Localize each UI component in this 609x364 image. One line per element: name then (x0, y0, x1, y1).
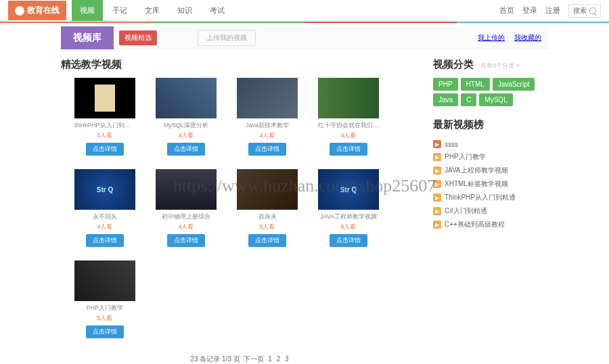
video-card[interactable]: Java新技术教学 4人看 点击详情 (237, 78, 298, 156)
latest-item[interactable]: ▶C#入门到精通 (433, 204, 548, 218)
video-title: PHP入门教学 (74, 304, 135, 313)
pagination-next[interactable]: 下一页 (244, 355, 264, 363)
detail-button[interactable]: 点击详情 (167, 143, 205, 156)
search-icon[interactable] (589, 7, 596, 14)
tag[interactable]: MySQL (479, 93, 512, 106)
latest-item[interactable]: ▶PHP入门教学 (433, 150, 548, 164)
video-card[interactable]: Str Q JAVA工程师教学视频 6人看 点击详情 (318, 169, 379, 247)
tag[interactable]: JavaScript (493, 78, 535, 91)
featured-button[interactable]: 视频精选 (119, 30, 157, 45)
video-thumb[interactable] (318, 78, 379, 118)
section-title: 精选教学视频 (61, 58, 420, 71)
video-thumb[interactable] (74, 78, 135, 118)
video-count: 4人看 (156, 223, 217, 231)
nav-notes[interactable]: 手记 (104, 0, 135, 21)
video-card[interactable]: 初中物理上册综合 4人看 点击详情 (156, 169, 217, 247)
play-icon: ▶ (433, 207, 441, 215)
nav-video[interactable]: 视频 (72, 0, 103, 21)
latest-item[interactable]: ▶C++基础到高级教程 (433, 218, 548, 231)
category-title: 视频分类 共有8个分类 > (433, 58, 548, 71)
detail-button[interactable]: 点击详情 (248, 234, 286, 247)
play-icon: ▶ (433, 140, 441, 148)
video-thumb[interactable] (156, 169, 217, 210)
video-thumb[interactable]: Str Q (318, 169, 379, 210)
upload-button[interactable]: 上传我的视频 (198, 30, 256, 46)
video-count: 4人看 (318, 131, 379, 140)
main-nav: 视频 手记 文库 知识 考试 (72, 0, 233, 21)
video-title: thinkPHP从入门到精通 (74, 121, 135, 130)
video-count: 5人看 (74, 131, 135, 140)
video-thumb[interactable] (237, 169, 298, 210)
latest-label: C++基础到高级教程 (445, 220, 505, 229)
latest-item[interactable]: ▶ThinkPHP从入门到精通 (433, 191, 548, 204)
detail-button[interactable]: 点击详情 (248, 143, 286, 156)
video-title: JAVA工程师教学视频 (318, 212, 379, 221)
link-my-favorites[interactable]: 我收藏的 (514, 33, 541, 43)
link-register[interactable]: 注册 (545, 5, 560, 16)
category-sub[interactable]: 共有8个分类 > (480, 62, 520, 69)
video-title: 红十字协会就在我们不离 (318, 121, 379, 130)
detail-button[interactable]: 点击详情 (330, 234, 367, 247)
tag[interactable]: PHP (433, 78, 458, 91)
latest-item[interactable]: ▶JAVA上程师教学视频 (433, 164, 548, 177)
nav-library[interactable]: 文库 (137, 0, 168, 21)
play-icon: ▶ (433, 180, 441, 188)
video-title: 初中物理上册综合 (156, 212, 217, 221)
detail-button[interactable]: 点击详情 (86, 234, 124, 247)
right-nav: 首页 登录 注册 搜索 (499, 4, 601, 18)
pagination: 23 条记录 1/3 页 下一页 1 2 3 (61, 355, 420, 364)
link-home[interactable]: 首页 (499, 5, 514, 16)
video-card[interactable]: PHP入门教学 5人看 点击详情 (74, 260, 135, 338)
logo-text: 教育在线 (27, 5, 60, 16)
video-card[interactable]: MySQL深度分析 4人看 点击详情 (156, 78, 217, 156)
detail-button[interactable]: 点击详情 (167, 234, 205, 247)
latest-label: C#入门到精通 (445, 206, 487, 216)
latest-title: 最新视频榜 (433, 118, 548, 131)
video-count: 5人看 (237, 223, 298, 231)
video-thumb[interactable]: Str Q (74, 169, 135, 210)
play-icon: ▶ (433, 221, 441, 229)
latest-label: JAVA上程师教学视频 (445, 166, 508, 175)
right-column: 视频分类 共有8个分类 > PHPHTMLJavaScriptJavaCMySQ… (433, 58, 548, 364)
category-title-text: 视频分类 (433, 58, 474, 70)
tag-list: PHPHTMLJavaScriptJavaCMySQL (433, 78, 548, 106)
latest-item[interactable]: ▶ssss (433, 138, 548, 150)
logo[interactable]: 教育在线 (8, 1, 66, 20)
search-box[interactable]: 搜索 (568, 4, 601, 18)
logo-icon (15, 6, 24, 16)
pagination-text: 23 条记录 1/3 页 (190, 355, 240, 363)
page-2[interactable]: 2 (277, 355, 281, 363)
video-card[interactable]: 红十字协会就在我们不离 4人看 点击详情 (318, 78, 379, 156)
play-icon: ▶ (433, 166, 441, 175)
page-3[interactable]: 3 (285, 355, 289, 363)
video-count: 5人看 (74, 314, 135, 323)
latest-label: ssss (445, 141, 458, 148)
detail-button[interactable]: 点击详情 (86, 325, 124, 338)
latest-item[interactable]: ▶XHTML标签教学视频 (433, 177, 548, 191)
video-title: MySQL深度分析 (156, 121, 217, 130)
tag[interactable]: C (461, 93, 476, 106)
main: 精选教学视频 thinkPHP从入门到精通 5人看 点击详情 MySQL深度分析… (61, 58, 548, 364)
video-count: 6人看 (318, 223, 379, 231)
topbar: 教育在线 视频 手记 文库 知识 考试 首页 登录 注册 搜索 (0, 0, 609, 22)
detail-button[interactable]: 点击详情 (86, 143, 124, 156)
video-thumb[interactable] (156, 78, 217, 118)
video-thumb[interactable] (74, 260, 135, 301)
latest-label: PHP入门教学 (445, 152, 486, 162)
nav-knowledge[interactable]: 知识 (169, 0, 200, 21)
left-column: 精选教学视频 thinkPHP从入门到精通 5人看 点击详情 MySQL深度分析… (61, 58, 420, 364)
video-card[interactable]: thinkPHP从入门到精通 5人看 点击详情 (74, 78, 135, 156)
tag[interactable]: HTML (461, 78, 490, 91)
video-count: 4人看 (237, 131, 298, 140)
header-links: 我上传的 我收藏的 (478, 33, 548, 43)
tag[interactable]: Java (433, 93, 458, 106)
page-1[interactable]: 1 (268, 355, 272, 363)
nav-exam[interactable]: 考试 (202, 0, 233, 21)
play-icon: ▶ (433, 153, 441, 161)
link-my-uploads[interactable]: 我上传的 (478, 33, 505, 43)
video-card[interactable]: 首席夫 5人看 点击详情 (237, 169, 298, 247)
detail-button[interactable]: 点击详情 (330, 143, 367, 156)
link-login[interactable]: 登录 (522, 5, 537, 16)
video-card[interactable]: Str Q 永不回头 4人看 点击详情 (74, 169, 135, 247)
video-thumb[interactable] (237, 78, 298, 118)
